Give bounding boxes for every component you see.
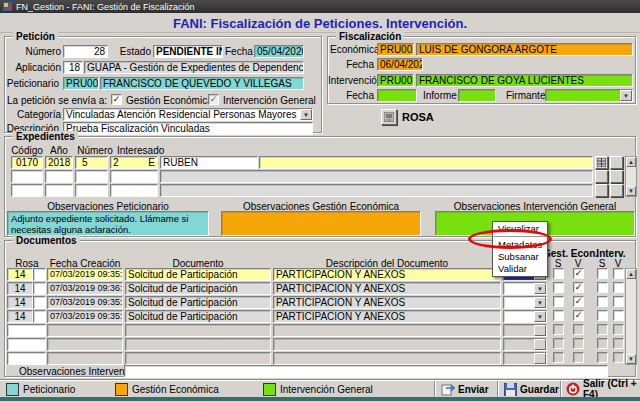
gest-s-checkbox[interactable]: ✓ [553, 296, 564, 307]
estado-field[interactable]: PENDIENTE INT [153, 45, 223, 58]
descripcion-field[interactable]: Prueba Fiscalización Vinculadas [63, 122, 313, 135]
interv-s-checkbox[interactable]: ✓ [597, 296, 608, 307]
documento-cell[interactable]: Solcitud de Participación [125, 296, 271, 309]
interesado-nombre-cell[interactable] [160, 170, 593, 183]
codigo-cell[interactable] [11, 170, 43, 183]
interv-s-checkbox[interactable]: ✓ [597, 268, 608, 279]
menu-item-subsanar[interactable]: Subsanar [494, 251, 546, 263]
interv-v-checkbox[interactable]: ✓ [613, 310, 624, 321]
peticionario-nombre-field[interactable]: FRANCISCO DE QUEVEDO Y VILLEGAS [100, 77, 304, 90]
interesado-nombre-cell[interactable] [160, 184, 593, 197]
expediente-detail-button[interactable] [595, 184, 608, 197]
anio-cell[interactable] [45, 170, 73, 183]
interesado-id-cell[interactable]: 2E [110, 156, 158, 169]
descripcion-cell[interactable]: PARTICIPACION Y ANEXOS [273, 296, 501, 309]
numero-cell[interactable]: 5 [75, 156, 108, 169]
gest-v-checkbox[interactable]: ✓ [573, 282, 584, 293]
informe-field[interactable] [458, 89, 496, 102]
codigo-cell[interactable] [11, 184, 43, 197]
aplicacion-codigo-field[interactable]: 18 [63, 61, 83, 74]
gest-s-checkbox[interactable]: ✓ [553, 268, 564, 279]
expediente-extra-button[interactable] [610, 170, 623, 183]
expediente-extra-button[interactable] [610, 184, 623, 197]
documento-cell[interactable]: Solcitud de Participación [125, 310, 271, 323]
expediente-detail-button[interactable] [595, 156, 608, 169]
descripcion-cell[interactable]: PARTICIPACION Y ANEXOS [273, 268, 501, 281]
rosa-button[interactable] [381, 109, 397, 125]
chevron-down-icon[interactable]: ▼ [534, 283, 546, 294]
visualizar-select[interactable]: ▼ [503, 310, 547, 323]
documento-cell[interactable]: Solcitud de Participación [125, 268, 271, 281]
economica-codigo-field[interactable]: PRU002 [377, 43, 414, 56]
arrow-up-icon[interactable]: ▲ [626, 157, 636, 167]
categoria-select[interactable]: Vinculadas Atención Residencial Personas… [63, 108, 313, 121]
visualizar-select[interactable]: ▼ [503, 282, 547, 295]
chevron-down-icon[interactable]: ▼ [534, 311, 546, 322]
rosa-cell[interactable]: 14 [7, 268, 33, 281]
rosa-cell[interactable]: 14 [7, 282, 33, 295]
obs-intervencion-field[interactable] [124, 365, 608, 377]
fecha-cell[interactable]: 07/03/2019 09:36:04 [47, 282, 123, 295]
codigo-cell[interactable]: 0170 [11, 156, 43, 169]
interv-s-checkbox[interactable]: ✓ [597, 310, 608, 321]
gest-s-checkbox[interactable]: ✓ [553, 310, 564, 321]
peticionario-codigo-field[interactable]: PRU001 [63, 77, 99, 90]
rosa-cell[interactable] [7, 338, 46, 351]
obs-peticionario-textarea[interactable]: Adjunto expediente solicitado. Llámame s… [7, 211, 209, 236]
interv-v-checkbox[interactable]: ✓ [613, 282, 624, 293]
interesado-id-cell[interactable] [110, 170, 158, 183]
guardar-button[interactable]: Guardar [504, 381, 559, 397]
chevron-down-icon[interactable]: ▼ [300, 109, 312, 120]
expedientes-scrollbar[interactable]: ▲ ▼ [625, 156, 637, 197]
intervencion-nombre-field[interactable]: FRANCISCO DE GOYA LUCIENTES [416, 74, 633, 87]
gest-s-checkbox[interactable]: ✓ [553, 282, 564, 293]
interesado-id-cell[interactable] [110, 184, 158, 197]
anio-cell[interactable]: 2018 [45, 156, 73, 169]
expediente-detail-button[interactable] [595, 170, 608, 183]
documento-cell[interactable]: Solcitud de Participación [125, 282, 271, 295]
salir-button[interactable]: Salir (Ctrl + F4) [566, 381, 640, 397]
fecha-economica-field[interactable]: 06/04/2020 [377, 58, 423, 71]
descripcion-cell[interactable]: PARTICIPACION Y ANEXOS [273, 310, 501, 323]
interesado-apellidos-cell[interactable] [259, 156, 593, 169]
economica-nombre-field[interactable]: LUIS DE GONGORA ARGOTE [416, 43, 633, 56]
rosa-subcell[interactable] [33, 268, 46, 281]
interv-s-checkbox[interactable]: ✓ [597, 282, 608, 293]
title-bar[interactable]: FN_Gestion - FANI: Gestión de Fiscalizac… [0, 0, 640, 13]
fecha-peticion-field[interactable]: 05/04/2020 [254, 45, 304, 58]
fecha-cell[interactable]: 07/03/2019 09:35:50 [47, 310, 123, 323]
gestion-economica-checkbox[interactable]: ✓ [111, 94, 122, 105]
chevron-down-icon[interactable]: ▼ [534, 297, 546, 308]
arrow-down-icon[interactable]: ▼ [626, 354, 636, 364]
intervencion-general-checkbox[interactable]: ✓ [208, 94, 219, 105]
rosa-cell[interactable] [7, 324, 46, 337]
interv-v-checkbox[interactable]: ✓ [613, 296, 624, 307]
numero-cell[interactable] [75, 184, 108, 197]
fecha-cell[interactable]: 07/03/2019 09:35:58 [47, 296, 123, 309]
gest-v-checkbox[interactable]: ✓ [573, 296, 584, 307]
descripcion-cell[interactable]: PARTICIPACION Y ANEXOS [273, 282, 501, 295]
gest-v-checkbox[interactable]: ✓ [573, 268, 584, 279]
enviar-button[interactable]: Enviar [441, 381, 489, 397]
rosa-cell[interactable] [7, 352, 46, 365]
arrow-up-icon[interactable]: ▲ [626, 269, 636, 279]
rosa-subcell[interactable] [33, 296, 46, 309]
rosa-cell[interactable]: 14 [7, 296, 33, 309]
rosa-subcell[interactable] [33, 310, 46, 323]
anio-cell[interactable] [45, 184, 73, 197]
fecha-intervencion-field[interactable] [377, 89, 417, 102]
visualizar-select[interactable]: ▼ [503, 296, 547, 309]
intervencion-codigo-field[interactable]: PRU003 [377, 74, 414, 87]
numero-field[interactable]: 28 [63, 45, 108, 58]
interesado-nombre-cell[interactable]: RUBEN [160, 156, 258, 169]
expediente-extra-button[interactable] [610, 156, 623, 169]
numero-cell[interactable] [75, 170, 108, 183]
interv-v-checkbox[interactable]: ✓ [613, 268, 624, 279]
documentos-scrollbar[interactable]: ▲ ▼ [625, 268, 637, 365]
chevron-down-icon[interactable]: ▼ [620, 90, 632, 101]
obs-gestion-textarea[interactable] [221, 211, 421, 236]
firmante-select[interactable]: ▼ [545, 89, 633, 102]
rosa-cell[interactable]: 14 [7, 310, 33, 323]
fecha-cell[interactable]: 07/03/2019 09:35:45 [47, 268, 123, 281]
rosa-subcell[interactable] [33, 282, 46, 295]
